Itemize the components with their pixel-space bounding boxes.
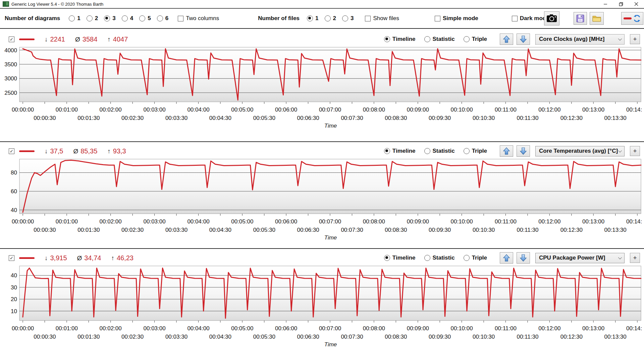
max-stat: ↑ 4047 [107, 36, 128, 43]
x-tick-label: 00:02:30 [121, 115, 144, 121]
x-tick-label: 00:10:30 [473, 334, 495, 340]
reset-colors-button[interactable] [621, 12, 643, 25]
radio-icon [157, 15, 163, 21]
number-of-diagrams-label: Number of diagrams [5, 15, 60, 22]
red-line-icon [624, 17, 632, 19]
diagrams-radio-1[interactable]: 1 [69, 15, 80, 22]
simple-mode-checkbox[interactable]: Simple mode [435, 15, 478, 22]
screenshot-button[interactable] [544, 11, 559, 25]
x-tick-label: 00:12:30 [560, 227, 583, 233]
x-tick-label: 00:10:00 [451, 218, 473, 225]
x-tick-label: 00:03:30 [165, 334, 187, 340]
x-tick-label: 00:00:30 [34, 227, 56, 233]
show-files-checkbox[interactable]: Show files [365, 15, 399, 22]
plot-background [19, 159, 641, 214]
diagrams-radio-2[interactable]: 2 [87, 15, 98, 22]
restore-button[interactable] [613, 0, 629, 8]
chart-panel: ✓ ↓ 3,915 Ø 34,74 ↑ 46,23 Timeline Stati… [0, 248, 644, 348]
x-tick-label: 00:00:30 [34, 334, 56, 340]
view-mode-group: Timeline Statistic Triple [375, 36, 487, 43]
series-visible-checkbox[interactable]: ✓ [9, 255, 14, 261]
x-tick-label: 00:06:00 [275, 325, 297, 332]
up-arrow-icon [502, 147, 511, 155]
min-value: 3,915 [50, 254, 67, 262]
metric-select-value: Core Temperatures (avg) [°C] [539, 148, 618, 154]
x-tick-label: 00:13:00 [582, 218, 604, 225]
plus-icon: + [633, 254, 637, 262]
series-visible-checkbox[interactable]: ✓ [9, 37, 14, 42]
series-legend-line [19, 257, 35, 259]
x-axis-title: Time [324, 234, 337, 241]
metric-select[interactable]: Core Temperatures (avg) [°C] [535, 146, 625, 156]
chart-plot[interactable]: 1020304000:00:0000:00:3000:01:0000:01:30… [0, 266, 642, 348]
files-radio-3[interactable]: 3 [342, 15, 354, 22]
series-visible-checkbox[interactable]: ✓ [9, 148, 14, 154]
x-tick-label: 00:06:30 [297, 334, 319, 340]
open-folder-button[interactable] [590, 12, 604, 25]
radio-icon-selected [384, 148, 390, 154]
statistic-radio[interactable]: Statistic [424, 148, 455, 154]
statistic-radio[interactable]: Statistic [424, 36, 455, 43]
app-icon [3, 1, 9, 7]
diagrams-radio-4[interactable]: 4 [122, 15, 133, 22]
x-tick-label: 00:09:00 [407, 325, 429, 332]
x-tick-label: 00:04:30 [209, 334, 231, 340]
checkbox-icon [178, 16, 183, 21]
average-icon: Ø [75, 36, 80, 43]
metric-select[interactable]: Core Clocks (avg) [MHz] [535, 34, 625, 45]
x-tick-label: 00:07:00 [319, 325, 341, 332]
diagrams-radio-5[interactable]: 5 [139, 15, 151, 22]
metric-down-button[interactable] [517, 33, 530, 45]
x-axis-title: Time [324, 123, 337, 129]
timeline-radio[interactable]: Timeline [384, 255, 416, 261]
down-arrow-icon [519, 147, 527, 155]
radio-icon [87, 15, 93, 21]
down-arrow-icon [519, 35, 527, 43]
x-tick-label: 00:05:30 [253, 227, 275, 233]
save-button[interactable] [574, 12, 587, 25]
x-tick-label: 00:09:00 [407, 107, 429, 113]
diagrams-radio-6[interactable]: 6 [157, 15, 168, 22]
x-tick-label: 00:10:00 [451, 107, 473, 113]
timeline-radio[interactable]: Timeline [384, 36, 416, 43]
add-series-button[interactable]: + [630, 253, 640, 263]
max-stat: ↑ 46,23 [111, 254, 133, 262]
timeline-radio[interactable]: Timeline [384, 148, 416, 154]
diagrams-radio-3[interactable]: 3 [104, 15, 115, 22]
add-series-button[interactable]: + [630, 34, 640, 44]
metric-down-button[interactable] [517, 252, 530, 264]
check-icon: ✓ [10, 149, 13, 153]
radio-icon-selected [307, 15, 313, 21]
chart-plot[interactable]: 250030003500400000:00:0000:00:3000:01:00… [0, 47, 642, 129]
triple-radio[interactable]: Triple [464, 148, 487, 154]
x-tick-label: 00:11:00 [495, 107, 517, 113]
x-tick-label: 00:06:30 [297, 115, 319, 121]
close-icon [634, 2, 638, 6]
radio-icon [342, 15, 348, 21]
x-tick-label: 00:09:30 [429, 227, 451, 233]
minimize-button[interactable] [598, 0, 613, 8]
close-button[interactable] [629, 0, 644, 8]
statistic-radio[interactable]: Statistic [424, 255, 455, 261]
view-mode-group: Timeline Statistic Triple [375, 255, 487, 261]
triple-radio[interactable]: Triple [464, 255, 487, 261]
files-radio-1[interactable]: 1 [307, 15, 318, 22]
metric-up-button[interactable] [500, 33, 513, 45]
x-tick-label: 00:08:30 [385, 334, 407, 340]
two-columns-checkbox[interactable]: Two columns [178, 15, 219, 22]
chart-plot[interactable]: 40608000:00:0000:00:3000:01:0000:01:3000… [0, 159, 642, 241]
x-tick-label: 00:08:30 [385, 115, 407, 121]
metric-up-button[interactable] [500, 145, 513, 157]
radio-icon [69, 15, 75, 21]
metric-select[interactable]: CPU Package Power [W] [535, 253, 625, 263]
metric-down-button[interactable] [517, 145, 530, 157]
series-legend-line [19, 150, 35, 152]
x-tick-label: 00:00:00 [12, 107, 34, 113]
check-icon: ✓ [10, 37, 13, 42]
add-series-button[interactable]: + [630, 146, 640, 156]
chart-panel: ✓ ↓ 37,5 Ø 85,35 ↑ 93,3 Timeline Statist… [0, 141, 644, 248]
metric-up-button[interactable] [500, 252, 513, 264]
triple-radio[interactable]: Triple [464, 36, 487, 43]
radio-icon [424, 255, 430, 261]
files-radio-2[interactable]: 2 [325, 15, 336, 22]
